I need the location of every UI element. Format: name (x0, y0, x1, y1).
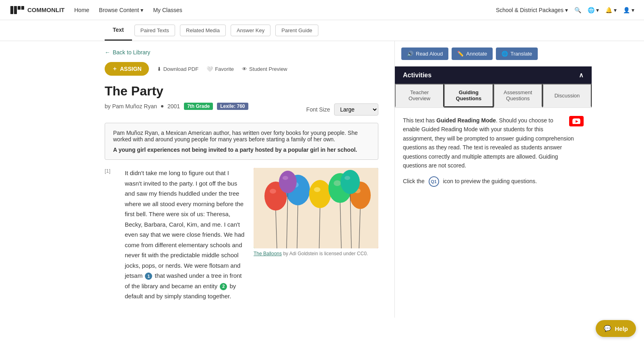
image-credit-link[interactable]: The Balloons (254, 251, 282, 256)
description-summary: A young girl experiences not being invit… (113, 147, 370, 153)
globe-icon: 🌐 (502, 51, 508, 57)
story-image (254, 168, 378, 248)
svg-point-21 (283, 176, 288, 180)
logo-icon (10, 4, 24, 16)
student-preview-button[interactable]: 👁 Student Preview (242, 66, 287, 72)
notifications-button[interactable]: 🔔 ▾ (605, 7, 617, 13)
search-icon: 🔍 (574, 7, 581, 13)
activities-title: Activities (403, 72, 431, 79)
paragraph-num: [1] (105, 168, 117, 302)
activities-header: Activities ∧ (395, 66, 592, 84)
nav-right: School & District Packages ▾ 🔍 🌐 ▾ 🔔 ▾ 👤… (496, 7, 634, 13)
author: by Pam Muñoz Ryan (105, 103, 157, 109)
tab-media[interactable]: Related Media (180, 25, 226, 36)
svg-point-12 (314, 187, 320, 192)
nav-browse[interactable]: Browse Content ▾ (99, 7, 144, 13)
nav-bar: COMMONLIT Home Browse Content ▾ My Class… (0, 0, 644, 20)
tab-guiding-questions[interactable]: Guiding Questions (444, 84, 493, 107)
grade-badge: 7th Grade (184, 103, 213, 110)
balloon-illustration (254, 168, 378, 248)
tab-teacher-overview[interactable]: Teacher Overview (395, 84, 444, 107)
toolbar: ＋ ASSIGN ⬇ Download PDF 🤍 Favorite 👁 Stu… (105, 62, 378, 76)
nav-home[interactable]: Home (74, 7, 89, 13)
assign-button[interactable]: ＋ ASSIGN (105, 62, 149, 76)
search-button[interactable]: 🔍 (574, 7, 581, 13)
meta-font-row: by Pam Muñoz Ryan 2001 7th Grade Lexile:… (105, 103, 378, 116)
user-button[interactable]: 👤 ▾ (623, 7, 634, 13)
svg-rect-2 (18, 6, 21, 10)
youtube-badge[interactable] (569, 116, 584, 126)
activities-body: This text has Guided Reading Mode. Shoul… (395, 108, 592, 195)
eye-icon: 👁 (242, 66, 247, 72)
tab-paired[interactable]: Paired Texts (134, 25, 175, 36)
tab-guide[interactable]: Parent Guide (275, 25, 318, 36)
svg-point-6 (270, 189, 276, 194)
nav-left: COMMONLIT Home Browse Content ▾ My Class… (10, 4, 182, 16)
read-aloud-button[interactable]: 🔊 Read Aloud (401, 48, 448, 60)
tab-text[interactable]: Text (105, 20, 132, 41)
page-layout: ← Back to Library ＋ ASSIGN ⬇ Download PD… (0, 41, 644, 318)
globe-icon: 🌐 (588, 7, 594, 13)
annotate-button[interactable]: ✏️ Annotate (452, 48, 493, 60)
svg-rect-3 (21, 6, 24, 10)
chevron-up-icon[interactable]: ∧ (579, 71, 584, 79)
sidebar: 🔊 Read Aloud ✏️ Annotate 🌐 Translate Act… (394, 41, 592, 318)
text-title: The Party (105, 84, 378, 99)
back-to-library-link[interactable]: ← Back to Library (105, 49, 378, 56)
speaker-icon: 🔊 (407, 51, 413, 57)
guided-reading-icon-para: Click the Q1 icon to preview the guiding… (403, 176, 584, 187)
svg-point-15 (334, 180, 341, 186)
svg-point-11 (309, 180, 331, 208)
chevron-down-icon: ▾ (632, 7, 634, 13)
download-pdf-button[interactable]: ⬇ Download PDF (157, 66, 198, 72)
user-icon: 👤 (623, 7, 630, 13)
chevron-down-icon: ▾ (565, 7, 568, 13)
font-size-label: Font Size (306, 106, 330, 113)
arrow-left-icon: ← (105, 49, 110, 56)
description-bio: Pam Muñoz Ryan, a Mexican American autho… (113, 130, 370, 143)
inline-num-2: 2 (220, 283, 227, 290)
tabs-bar: Text Paired Texts Related Media Answer K… (0, 20, 644, 41)
paragraph-row: [1] It didn't take me long to figure out… (105, 168, 246, 302)
image-caption: The Balloons by Adi Goldstein is license… (254, 251, 378, 256)
main-content: ← Back to Library ＋ ASSIGN ⬇ Download PD… (0, 41, 394, 318)
sidebar-toolbar: 🔊 Read Aloud ✏️ Annotate 🌐 Translate (395, 41, 592, 66)
text-col: [1] It didn't take me long to figure out… (105, 168, 246, 302)
svg-point-20 (279, 171, 297, 193)
svg-point-24 (345, 176, 350, 180)
chevron-down-icon: ▾ (596, 7, 599, 13)
font-size-control: Font Size Large Small Medium X-Large (306, 103, 378, 116)
year: 2001 (167, 103, 180, 109)
inline-num-1: 1 (145, 273, 152, 280)
bell-icon: 🔔 (605, 7, 612, 13)
globe-button[interactable]: 🌐 ▾ (588, 7, 599, 13)
text-meta: by Pam Muñoz Ryan 2001 7th Grade Lexile:… (105, 103, 248, 110)
description-box: Pam Muñoz Ryan, a Mexican American autho… (105, 123, 378, 160)
svg-point-23 (341, 170, 360, 194)
download-icon: ⬇ (157, 66, 161, 72)
heart-icon: 🤍 (206, 66, 213, 72)
nav-packages[interactable]: School & District Packages ▾ (496, 7, 568, 13)
logo[interactable]: COMMONLIT (10, 4, 64, 16)
youtube-icon (572, 118, 580, 124)
nav-classes[interactable]: My Classes (153, 7, 182, 13)
paragraph-text: It didn't take me long to figure out tha… (125, 168, 246, 302)
tab-discussion[interactable]: Discussion (543, 84, 592, 107)
pencil-icon: ✏️ (457, 51, 464, 57)
dot-separator (161, 105, 163, 107)
lexile-badge: Lexile: 760 (217, 103, 248, 110)
activities-tabs: Teacher Overview Guiding Questions Asses… (395, 84, 592, 108)
tab-assessment-questions[interactable]: Assessment Questions (493, 84, 543, 107)
translate-button[interactable]: 🌐 Translate (496, 48, 538, 60)
text-content-row: [1] It didn't take me long to figure out… (105, 168, 378, 302)
favorite-button[interactable]: 🤍 Favorite (206, 66, 234, 72)
svg-rect-1 (14, 6, 17, 14)
tab-answer[interactable]: Answer Key (231, 25, 270, 36)
plus-icon: ＋ (112, 65, 118, 72)
logo-text: COMMONLIT (27, 6, 64, 13)
guided-reading-para: This text has Guided Reading Mode. Shoul… (403, 116, 584, 170)
image-col: The Balloons by Adi Goldstein is license… (254, 168, 378, 302)
font-size-select[interactable]: Large Small Medium X-Large (334, 103, 378, 116)
svg-rect-0 (10, 6, 13, 14)
chevron-down-icon: ▾ (614, 7, 617, 13)
